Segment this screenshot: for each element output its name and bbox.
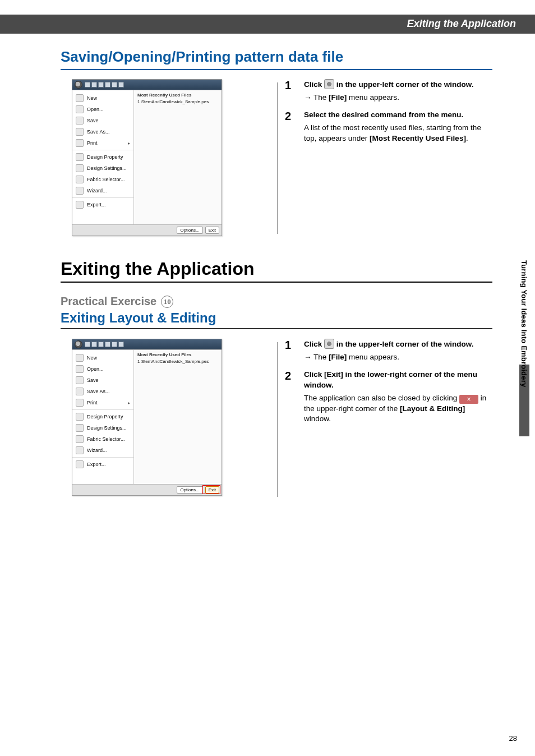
file-menu-screenshot-b: New Open... Save Save As... Print▸ Desig… bbox=[72, 339, 222, 496]
menu-body: New Open... Save Save As... Print▸ Desig… bbox=[72, 90, 222, 224]
window-titlebar bbox=[72, 339, 222, 349]
menu-item-save: Save bbox=[72, 375, 133, 386]
body1: The application can also be closed by cl… bbox=[304, 394, 459, 402]
app-orb-icon bbox=[75, 81, 82, 89]
new-icon bbox=[76, 94, 84, 102]
follow-post: menu appears. bbox=[347, 93, 399, 102]
chevron-right-icon: ▸ bbox=[128, 400, 130, 405]
side-tab: Turning Your Ideas Into Embroidery bbox=[517, 258, 529, 449]
menu-left-column: New Open... Save Save As... Print▸ Desig… bbox=[72, 90, 134, 224]
follow-bold: [File] bbox=[329, 93, 347, 102]
open-icon bbox=[76, 105, 84, 113]
qat-icon bbox=[91, 342, 97, 347]
property-icon bbox=[76, 413, 84, 421]
print-icon bbox=[76, 139, 84, 147]
menu-label: Export... bbox=[87, 202, 106, 208]
settings-icon bbox=[76, 424, 84, 432]
page-number: 28 bbox=[509, 734, 517, 743]
arrow-icon: → bbox=[304, 353, 312, 361]
menu-footer: Options... Exit bbox=[72, 484, 222, 495]
menu-label: Fabric Selector... bbox=[87, 436, 125, 442]
section-a-columns: New Open... Save Save As... Print▸ Desig… bbox=[61, 79, 492, 236]
lead-post: in the upper-left corner of the window. bbox=[334, 340, 474, 348]
step-body: Select the desired command from the menu… bbox=[304, 110, 492, 144]
section-a-left: New Open... Save Save As... Print▸ Desig… bbox=[61, 79, 274, 236]
save-as-icon bbox=[76, 388, 84, 395]
chevron-right-icon: ▸ bbox=[128, 141, 130, 146]
step-lead: Click in the upper-left corner of the wi… bbox=[304, 340, 474, 348]
exercise-number-badge: 10 bbox=[161, 296, 173, 308]
menu-item-save-as: Save As... bbox=[72, 386, 133, 397]
step-number: 1 bbox=[285, 79, 296, 103]
lead-pre: Click bbox=[304, 80, 324, 89]
app-button-icon bbox=[324, 339, 334, 349]
menu-label: Save bbox=[87, 377, 99, 383]
menu-footer: Options... Exit bbox=[72, 224, 222, 236]
body1-bold: [Most Recently Used Files] bbox=[370, 134, 466, 142]
wizard-icon bbox=[76, 187, 84, 195]
open-icon bbox=[76, 365, 84, 373]
step-body: Click in the upper-left corner of the wi… bbox=[304, 79, 492, 103]
menu-label: Open... bbox=[87, 107, 104, 112]
section-a-title: Saving/Opening/Printing pattern data fil… bbox=[61, 48, 492, 66]
save-as-icon bbox=[76, 128, 84, 136]
section-a-rule bbox=[61, 69, 492, 70]
step-follow: → The [File] menu appears. bbox=[304, 352, 492, 363]
side-tab-text: Turning Your Ideas Into Embroidery bbox=[520, 260, 528, 387]
step-detail: The application can also be closed by cl… bbox=[304, 393, 492, 425]
qat-icon bbox=[91, 82, 97, 87]
recent-header: Most Recently Used Files bbox=[137, 352, 218, 357]
step-2: 2 Click [Exit] in the lower-right corner… bbox=[285, 370, 492, 425]
menu-label: Print bbox=[87, 140, 98, 146]
menu-label: Design Property bbox=[87, 154, 123, 160]
page: Exiting the Application Turning Your Ide… bbox=[0, 0, 535, 756]
qat-icon bbox=[112, 342, 117, 347]
menu-label: New bbox=[87, 355, 97, 361]
step-body: Click in the upper-left corner of the wi… bbox=[304, 339, 492, 363]
menu-item-print: Print▸ bbox=[72, 137, 133, 149]
section-b-right: 1 Click in the upper-left corner of the … bbox=[285, 339, 492, 431]
menu-item-fabric-selector: Fabric Selector... bbox=[72, 174, 133, 185]
menu-label: Open... bbox=[87, 366, 104, 372]
step-lead: Click [Exit] in the lower-right corner o… bbox=[304, 370, 492, 391]
menu-label: Save As... bbox=[87, 389, 110, 394]
menu-label: Export... bbox=[87, 462, 106, 467]
app-button-icon bbox=[324, 79, 334, 89]
practical-exercise-label: Practical Exercise 10 bbox=[61, 295, 492, 308]
section-b-big-title: Exiting the Application bbox=[61, 259, 492, 279]
step-lead: Click in the upper-left corner of the wi… bbox=[304, 80, 474, 89]
practice-label: Practical Exercise bbox=[61, 295, 156, 308]
export-icon bbox=[76, 460, 84, 468]
step-1: 1 Click in the upper-left corner of the … bbox=[285, 339, 492, 363]
menu-item-new: New bbox=[72, 93, 133, 104]
follow-post: menu appears. bbox=[347, 353, 399, 361]
menu-label: Save bbox=[87, 118, 99, 123]
recent-file: 1 StemAndCandlewick_Sample.pes bbox=[137, 99, 218, 104]
menu-label: Design Property bbox=[87, 414, 123, 420]
menu-item-design-property: Design Property bbox=[72, 409, 133, 422]
section-b-thin-rule bbox=[61, 328, 492, 329]
column-divider bbox=[277, 342, 278, 497]
menu-item-fabric-selector: Fabric Selector... bbox=[72, 434, 133, 445]
step-number: 1 bbox=[285, 339, 296, 363]
arrow-icon: → bbox=[304, 93, 312, 102]
menu-item-export: Export... bbox=[72, 457, 133, 470]
follow-pre: The bbox=[313, 353, 329, 361]
menu-item-new: New bbox=[72, 352, 133, 363]
step-number: 2 bbox=[285, 370, 296, 425]
menu-label: Wizard... bbox=[87, 448, 107, 453]
qat-icon bbox=[112, 82, 117, 87]
menu-item-save-as: Save As... bbox=[72, 126, 133, 137]
menu-label: Save As... bbox=[87, 129, 110, 135]
section-b-columns: New Open... Save Save As... Print▸ Desig… bbox=[61, 339, 492, 496]
qat-icon bbox=[85, 342, 90, 347]
options-button: Options... bbox=[177, 227, 202, 234]
body1-post: . bbox=[466, 134, 468, 142]
lead-pre: Click bbox=[304, 340, 324, 348]
main-content: Saving/Opening/Printing pattern data fil… bbox=[61, 48, 492, 496]
exit-button: Exit bbox=[205, 486, 219, 494]
menu-label: Design Settings... bbox=[87, 165, 127, 171]
section-b-subtitle: Exiting Layout & Editing bbox=[61, 310, 492, 326]
header-bar: Exiting the Application bbox=[0, 15, 535, 34]
step-1: 1 Click in the upper-left corner of the … bbox=[285, 79, 492, 103]
